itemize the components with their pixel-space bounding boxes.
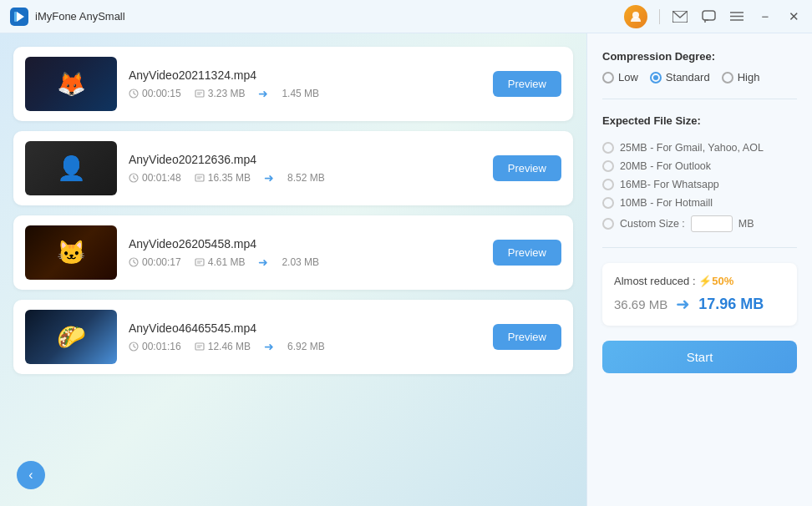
compression-radio-group: Low Standard High [602,71,797,83]
compression-low-label: Low [618,71,638,83]
file-list-panel: AnyVideo20211324.mp4 00:00:15 3.23 MB ➜ … [0,33,586,506]
file-info-0: AnyVideo20211324.mp4 00:00:15 3.23 MB ➜ … [117,68,493,100]
divider-2 [602,247,797,248]
file-meta-2: 00:00:17 4.61 MB ➜ 2.03 MB [129,256,481,269]
svg-rect-24 [195,259,204,266]
compression-standard[interactable]: Standard [650,71,710,83]
preview-button-1[interactable]: Preview [493,155,561,181]
video-thumb-1 [25,141,117,195]
main-content: AnyVideo20211324.mp4 00:00:15 3.23 MB ➜ … [0,33,812,506]
mail-icon[interactable] [672,8,688,25]
size-arrow-1: ➜ [264,171,274,185]
original-size-1: 16.35 MB [195,172,251,184]
svg-rect-5 [703,11,715,20]
back-button[interactable]: ‹ [17,461,45,489]
expected-20mb[interactable]: 20MB - For Outlook [602,160,797,172]
reduction-label: Almost reduced : ⚡50% [614,275,785,287]
expected-label: Expected File Size: [602,114,797,127]
compressed-size-2: 2.03 MB [282,256,319,268]
file-name-2: AnyVideo26205458.mp4 [129,237,481,250]
expected-20mb-label: 20MB - For Outlook [620,160,711,172]
thumb-content-3 [25,310,117,364]
svg-line-17 [134,178,136,180]
video-thumb-3 [25,310,117,364]
radio-25mb [602,142,614,154]
minimize-button[interactable]: − [757,8,774,25]
expected-25mb[interactable]: 25MB - For Gmail, Yahoo, AOL [602,142,797,154]
file-card-3: AnyVideo46465545.mp4 00:01:16 12.46 MB ➜… [13,300,573,374]
thumb-content-2 [25,225,117,280]
chat-icon[interactable] [700,8,717,25]
size-arrow-2: ➜ [258,256,268,269]
duration-1: 00:01:48 [129,172,181,184]
file-meta-1: 00:01:48 16.35 MB ➜ 8.52 MB [129,171,481,185]
radio-10mb [602,197,614,209]
original-size-0: 3.23 MB [195,88,246,99]
file-name-3: AnyVideo46465545.mp4 [129,321,481,335]
settings-panel: Compression Degree: Low Standard High Ex… [586,33,812,506]
thumb-content-1 [25,141,117,195]
custom-size-input[interactable] [691,215,733,232]
svg-line-11 [134,94,136,95]
reduction-section: Almost reduced : ⚡50% 36.69 MB ➜ 17.96 M… [602,263,797,326]
radio-high [722,72,733,83]
user-avatar-icon[interactable] [624,5,647,28]
file-meta-0: 00:00:15 3.23 MB ➜ 1.45 MB [129,87,481,100]
video-thumb-2 [25,225,117,280]
radio-standard [650,72,662,83]
menu-icon[interactable] [728,8,745,25]
file-name-0: AnyVideo20211324.mp4 [129,68,481,82]
duration-3: 00:01:16 [129,341,181,352]
app-title: iMyFone AnySmall [35,10,125,23]
titlebar: iMyFone AnySmall − ✕ [0,0,812,33]
file-card-1: AnyVideo20212636.mp4 00:01:48 16.35 MB ➜… [13,131,573,205]
preview-button-2[interactable]: Preview [493,240,561,266]
expected-section: Expected File Size: 25MB - For Gmail, Ya… [602,114,797,232]
expected-16mb-label: 16MB- For Whatsapp [620,179,719,190]
expected-custom-label: Custom Size : [620,218,685,230]
file-name-1: AnyVideo20212636.mp4 [129,153,481,166]
compression-standard-label: Standard [666,71,710,83]
file-card-2: AnyVideo26205458.mp4 00:00:17 4.61 MB ➜ … [13,215,573,290]
original-size-3: 12.46 MB [195,341,251,352]
expected-custom[interactable]: Custom Size : MB [602,215,797,232]
compression-label: Compression Degree: [602,50,797,63]
size-display: 36.69 MB ➜ 17.96 MB [614,294,785,314]
radio-low [602,72,614,83]
preview-button-3[interactable]: Preview [493,324,561,350]
expected-16mb[interactable]: 16MB- For Whatsapp [602,179,797,190]
radio-16mb [602,179,614,190]
file-info-2: AnyVideo26205458.mp4 00:00:17 4.61 MB ➜ … [117,237,493,269]
thumb-content-0 [25,57,117,111]
custom-mb-label: MB [738,218,754,230]
size-arrow: ➜ [676,294,690,314]
file-meta-3: 00:01:16 12.46 MB ➜ 6.92 MB [129,340,481,353]
svg-rect-18 [195,175,204,181]
duration-2: 00:00:17 [129,256,181,268]
radio-20mb [602,160,614,172]
compressed-size-0: 1.45 MB [282,88,319,99]
original-size-2: 4.61 MB [195,256,246,268]
compressed-size-1: 8.52 MB [287,172,325,184]
start-button[interactable]: Start [602,341,797,373]
compression-high-label: High [738,71,760,83]
close-button[interactable]: ✕ [785,8,802,25]
separator [659,9,660,24]
video-thumb-0 [25,57,117,111]
svg-line-29 [134,347,136,348]
compression-high[interactable]: High [722,71,760,83]
app-logo [10,8,28,26]
size-arrow-3: ➜ [264,340,274,353]
file-info-1: AnyVideo20212636.mp4 00:01:48 16.35 MB ➜… [117,153,493,185]
reduction-percent: ⚡50% [698,275,733,287]
titlebar-right: − ✕ [624,5,802,28]
expected-25mb-label: 25MB - For Gmail, Yahoo, AOL [620,142,764,154]
expected-10mb[interactable]: 10MB - For Hotmaill [602,197,797,209]
expected-10mb-label: 10MB - For Hotmaill [620,197,713,209]
compression-low[interactable]: Low [602,71,638,83]
compression-section: Compression Degree: Low Standard High [602,50,797,83]
file-list: AnyVideo20211324.mp4 00:00:15 3.23 MB ➜ … [13,47,573,374]
file-card-0: AnyVideo20211324.mp4 00:00:15 3.23 MB ➜ … [13,47,573,121]
preview-button-0[interactable]: Preview [493,71,561,97]
svg-rect-12 [195,90,204,97]
